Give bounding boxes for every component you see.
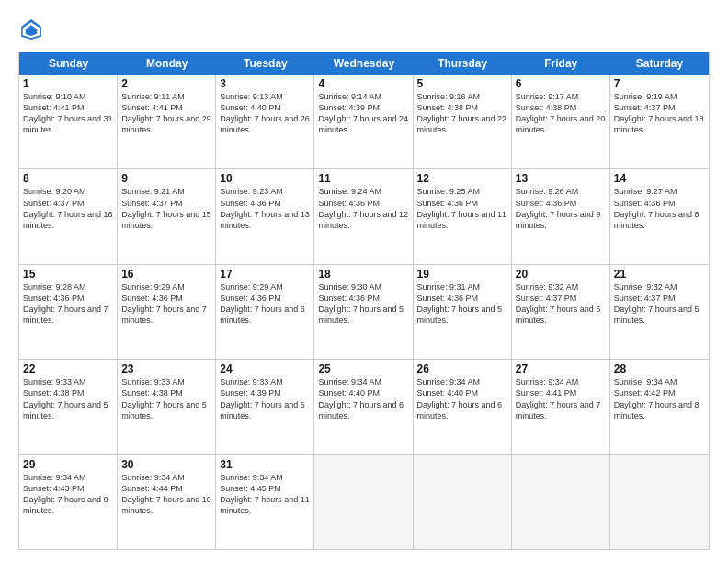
day-cell-10: 10Sunrise: 9:23 AMSunset: 4:36 PMDayligh… <box>216 169 314 263</box>
day-info: Sunrise: 9:30 AMSunset: 4:36 PMDaylight:… <box>318 282 404 325</box>
day-cell-20: 20Sunrise: 9:32 AMSunset: 4:37 PMDayligh… <box>512 265 610 359</box>
calendar: SundayMondayTuesdayWednesdayThursdayFrid… <box>18 52 710 550</box>
day-number: 7 <box>614 77 705 90</box>
weekday-header-friday: Friday <box>512 52 610 75</box>
day-info: Sunrise: 9:34 AMSunset: 4:44 PMDaylight:… <box>121 473 211 515</box>
day-info: Sunrise: 9:10 AMSunset: 4:41 PMDaylight:… <box>23 92 113 134</box>
day-cell-22: 22Sunrise: 9:33 AMSunset: 4:38 PMDayligh… <box>19 360 118 454</box>
day-number: 29 <box>23 458 113 471</box>
day-info: Sunrise: 9:33 AMSunset: 4:38 PMDaylight:… <box>23 377 108 419</box>
day-number: 16 <box>121 268 211 281</box>
empty-cell <box>314 455 413 549</box>
day-number: 10 <box>220 172 310 185</box>
header <box>18 17 710 42</box>
day-info: Sunrise: 9:20 AMSunset: 4:37 PMDaylight:… <box>23 187 113 229</box>
day-cell-3: 3Sunrise: 9:13 AMSunset: 4:40 PMDaylight… <box>216 75 314 168</box>
empty-cell <box>610 455 709 549</box>
day-number: 22 <box>23 362 113 375</box>
day-number: 5 <box>417 77 507 90</box>
day-cell-31: 31Sunrise: 9:34 AMSunset: 4:45 PMDayligh… <box>216 455 314 549</box>
day-info: Sunrise: 9:33 AMSunset: 4:38 PMDaylight:… <box>121 377 207 419</box>
day-number: 13 <box>516 172 606 185</box>
day-info: Sunrise: 9:13 AMSunset: 4:40 PMDaylight:… <box>220 92 310 134</box>
day-info: Sunrise: 9:31 AMSunset: 4:36 PMDaylight:… <box>417 282 503 325</box>
day-number: 30 <box>121 458 211 471</box>
day-info: Sunrise: 9:21 AMSunset: 4:37 PMDaylight:… <box>121 187 211 229</box>
day-info: Sunrise: 9:16 AMSunset: 4:38 PMDaylight:… <box>417 92 507 134</box>
day-info: Sunrise: 9:34 AMSunset: 4:40 PMDaylight:… <box>318 377 404 419</box>
day-info: Sunrise: 9:23 AMSunset: 4:36 PMDaylight:… <box>220 187 310 229</box>
day-cell-9: 9Sunrise: 9:21 AMSunset: 4:37 PMDaylight… <box>118 169 216 263</box>
day-cell-14: 14Sunrise: 9:27 AMSunset: 4:36 PMDayligh… <box>610 169 709 263</box>
day-cell-29: 29Sunrise: 9:34 AMSunset: 4:43 PMDayligh… <box>19 455 118 549</box>
day-number: 15 <box>23 268 113 281</box>
day-cell-21: 21Sunrise: 9:32 AMSunset: 4:37 PMDayligh… <box>610 265 709 359</box>
day-cell-12: 12Sunrise: 9:25 AMSunset: 4:36 PMDayligh… <box>414 169 512 263</box>
day-number: 20 <box>516 268 606 281</box>
day-number: 3 <box>220 77 310 90</box>
weekday-header-wednesday: Wednesday <box>314 52 413 75</box>
day-info: Sunrise: 9:28 AMSunset: 4:36 PMDaylight:… <box>23 282 108 325</box>
day-number: 27 <box>516 362 606 375</box>
day-number: 19 <box>417 268 507 281</box>
day-cell-7: 7Sunrise: 9:19 AMSunset: 4:37 PMDaylight… <box>610 75 709 168</box>
day-cell-6: 6Sunrise: 9:17 AMSunset: 4:38 PMDaylight… <box>512 75 610 168</box>
day-cell-26: 26Sunrise: 9:34 AMSunset: 4:40 PMDayligh… <box>414 360 512 454</box>
day-number: 14 <box>614 172 705 185</box>
day-cell-4: 4Sunrise: 9:14 AMSunset: 4:39 PMDaylight… <box>314 75 413 168</box>
day-cell-27: 27Sunrise: 9:34 AMSunset: 4:41 PMDayligh… <box>512 360 610 454</box>
day-number: 8 <box>23 172 113 185</box>
logo-icon <box>18 17 44 42</box>
day-number: 1 <box>23 77 113 90</box>
day-info: Sunrise: 9:27 AMSunset: 4:36 PMDaylight:… <box>614 187 700 229</box>
day-number: 9 <box>121 172 211 185</box>
day-cell-28: 28Sunrise: 9:34 AMSunset: 4:42 PMDayligh… <box>610 360 709 454</box>
day-info: Sunrise: 9:34 AMSunset: 4:41 PMDaylight:… <box>516 377 601 419</box>
day-info: Sunrise: 9:29 AMSunset: 4:36 PMDaylight:… <box>220 282 305 325</box>
day-number: 23 <box>121 362 211 375</box>
day-number: 31 <box>220 458 310 471</box>
day-number: 26 <box>417 362 507 375</box>
logo <box>18 17 48 42</box>
day-info: Sunrise: 9:26 AMSunset: 4:36 PMDaylight:… <box>516 187 601 229</box>
day-number: 25 <box>318 362 408 375</box>
day-cell-19: 19Sunrise: 9:31 AMSunset: 4:36 PMDayligh… <box>414 265 512 359</box>
day-cell-1: 1Sunrise: 9:10 AMSunset: 4:41 PMDaylight… <box>19 75 118 168</box>
day-info: Sunrise: 9:19 AMSunset: 4:37 PMDaylight:… <box>614 92 704 134</box>
calendar-row-5: 29Sunrise: 9:34 AMSunset: 4:43 PMDayligh… <box>19 455 709 549</box>
day-info: Sunrise: 9:34 AMSunset: 4:43 PMDaylight:… <box>23 473 108 515</box>
day-info: Sunrise: 9:34 AMSunset: 4:45 PMDaylight:… <box>220 473 310 515</box>
calendar-body: 1Sunrise: 9:10 AMSunset: 4:41 PMDaylight… <box>19 75 709 549</box>
day-number: 4 <box>318 77 408 90</box>
day-number: 28 <box>614 362 705 375</box>
day-cell-2: 2Sunrise: 9:11 AMSunset: 4:41 PMDaylight… <box>118 75 216 168</box>
day-cell-15: 15Sunrise: 9:28 AMSunset: 4:36 PMDayligh… <box>19 265 118 359</box>
day-cell-30: 30Sunrise: 9:34 AMSunset: 4:44 PMDayligh… <box>118 455 216 549</box>
calendar-row-4: 22Sunrise: 9:33 AMSunset: 4:38 PMDayligh… <box>19 360 709 454</box>
day-cell-17: 17Sunrise: 9:29 AMSunset: 4:36 PMDayligh… <box>216 265 314 359</box>
day-cell-18: 18Sunrise: 9:30 AMSunset: 4:36 PMDayligh… <box>314 265 413 359</box>
empty-cell <box>414 455 512 549</box>
day-cell-25: 25Sunrise: 9:34 AMSunset: 4:40 PMDayligh… <box>314 360 413 454</box>
day-info: Sunrise: 9:34 AMSunset: 4:42 PMDaylight:… <box>614 377 700 419</box>
day-info: Sunrise: 9:33 AMSunset: 4:39 PMDaylight:… <box>220 377 305 419</box>
day-cell-8: 8Sunrise: 9:20 AMSunset: 4:37 PMDaylight… <box>19 169 118 263</box>
day-info: Sunrise: 9:32 AMSunset: 4:37 PMDaylight:… <box>614 282 700 325</box>
day-number: 24 <box>220 362 310 375</box>
day-info: Sunrise: 9:29 AMSunset: 4:36 PMDaylight:… <box>121 282 207 325</box>
day-cell-16: 16Sunrise: 9:29 AMSunset: 4:36 PMDayligh… <box>118 265 216 359</box>
day-cell-5: 5Sunrise: 9:16 AMSunset: 4:38 PMDaylight… <box>414 75 512 168</box>
weekday-header-tuesday: Tuesday <box>216 52 314 75</box>
day-cell-24: 24Sunrise: 9:33 AMSunset: 4:39 PMDayligh… <box>216 360 314 454</box>
day-number: 2 <box>121 77 211 90</box>
day-number: 21 <box>614 268 705 281</box>
day-info: Sunrise: 9:24 AMSunset: 4:36 PMDaylight:… <box>318 187 408 229</box>
day-info: Sunrise: 9:32 AMSunset: 4:37 PMDaylight:… <box>516 282 601 325</box>
calendar-header: SundayMondayTuesdayWednesdayThursdayFrid… <box>19 52 709 75</box>
day-info: Sunrise: 9:34 AMSunset: 4:40 PMDaylight:… <box>417 377 503 419</box>
day-info: Sunrise: 9:25 AMSunset: 4:36 PMDaylight:… <box>417 187 507 229</box>
day-number: 11 <box>318 172 408 185</box>
weekday-header-sunday: Sunday <box>19 52 118 75</box>
day-cell-11: 11Sunrise: 9:24 AMSunset: 4:36 PMDayligh… <box>314 169 413 263</box>
weekday-header-saturday: Saturday <box>610 52 709 75</box>
